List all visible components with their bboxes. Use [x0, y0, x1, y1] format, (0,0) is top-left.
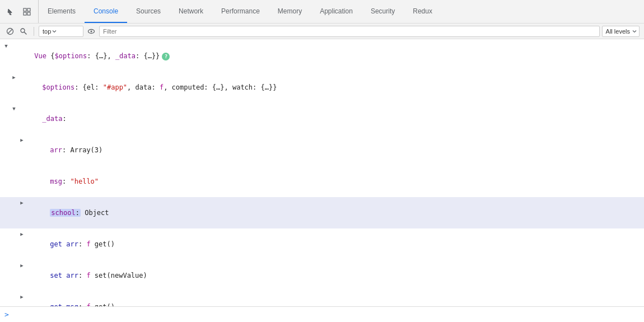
data-line: _data: [18, 104, 644, 134]
inspect-icon[interactable] [20, 5, 34, 18]
get-arr-line: get arr: f get() [26, 229, 644, 259]
tab-console[interactable]: Console [85, 0, 127, 23]
arr-line: arr: Array(3) [26, 135, 644, 165]
console-output: Vue {$options: {…}, _data: {…}}? $option… [0, 39, 644, 306]
data-expand-btn[interactable] [10, 104, 18, 114]
tab-security[interactable]: Security [362, 0, 404, 23]
tab-performance[interactable]: Performance [212, 0, 269, 23]
arr-expand-btn[interactable] [18, 135, 26, 145]
tab-memory[interactable]: Memory [269, 0, 311, 23]
levels-chevron-icon [632, 29, 637, 34]
console-prompt: > [4, 310, 9, 319]
svg-point-9 [91, 30, 92, 32]
console-row-vue: Vue {$options: {…}, _data: {…}}? [0, 40, 644, 72]
filter-container[interactable] [99, 26, 600, 37]
cursor-icon[interactable] [4, 5, 18, 18]
svg-rect-2 [24, 12, 26, 15]
console-row-get-msg: get msg: f get() [0, 291, 644, 306]
school-expand-btn[interactable] [18, 198, 26, 208]
vue-badge: ? [162, 53, 170, 60]
filter-input[interactable] [103, 28, 596, 35]
tab-application[interactable]: Application [311, 0, 362, 23]
tab-network[interactable]: Network [170, 0, 212, 23]
console-row-options: $options: {el: "#app", data: f, computed… [0, 72, 644, 103]
context-selector[interactable]: top [39, 26, 83, 37]
console-row-msg: msg: "hello" [0, 166, 644, 197]
console-input-bar: > [0, 306, 644, 322]
eye-icon[interactable] [86, 26, 97, 37]
tab-elements[interactable]: Elements [39, 0, 85, 23]
toolbar-divider [34, 27, 34, 36]
school-line: school: Object [26, 198, 644, 228]
chevron-down-icon [52, 29, 57, 34]
levels-label: All levels [606, 28, 630, 35]
set-arr-line: set arr: f set(newValue) [26, 260, 644, 291]
tab-bar: Elements Console Sources Network Perform… [0, 0, 644, 24]
svg-point-6 [21, 29, 25, 32]
context-value: top [43, 28, 51, 35]
clear-console-button[interactable] [4, 26, 16, 37]
devtools-icons [0, 0, 39, 23]
console-input[interactable] [11, 311, 640, 319]
console-row-arr: arr: Array(3) [0, 134, 644, 166]
get-arr-expand-btn[interactable] [18, 229, 26, 239]
options-expand-btn[interactable] [10, 72, 18, 82]
set-arr-expand-btn[interactable] [18, 260, 26, 270]
log-level-selector[interactable]: All levels [602, 26, 640, 37]
console-row-set-arr: set arr: f set(newValue) [0, 260, 644, 291]
filter-icon[interactable] [18, 26, 29, 37]
vue-expand-btn[interactable] [2, 41, 10, 51]
svg-rect-0 [24, 8, 26, 11]
main-tabs: Elements Console Sources Network Perform… [39, 0, 441, 23]
svg-rect-3 [27, 12, 30, 15]
msg-line: msg: "hello" [26, 166, 644, 197]
console-row-school: school: Object [0, 197, 644, 228]
svg-rect-1 [27, 8, 30, 11]
get-msg-expand-btn[interactable] [18, 292, 26, 302]
tab-sources[interactable]: Sources [127, 0, 170, 23]
svg-line-5 [8, 29, 12, 34]
get-msg-line: get msg: f get() [26, 292, 644, 306]
options-line: $options: {el: "#app", data: f, computed… [18, 72, 644, 102]
console-row-data: _data: [0, 103, 644, 134]
tab-redux[interactable]: Redux [404, 0, 441, 23]
console-toolbar: top All levels [0, 24, 644, 39]
vue-root-line: Vue {$options: {…}, _data: {…}}? [10, 41, 644, 71]
svg-line-7 [25, 32, 27, 34]
console-row-get-arr: get arr: f get() [0, 228, 644, 260]
